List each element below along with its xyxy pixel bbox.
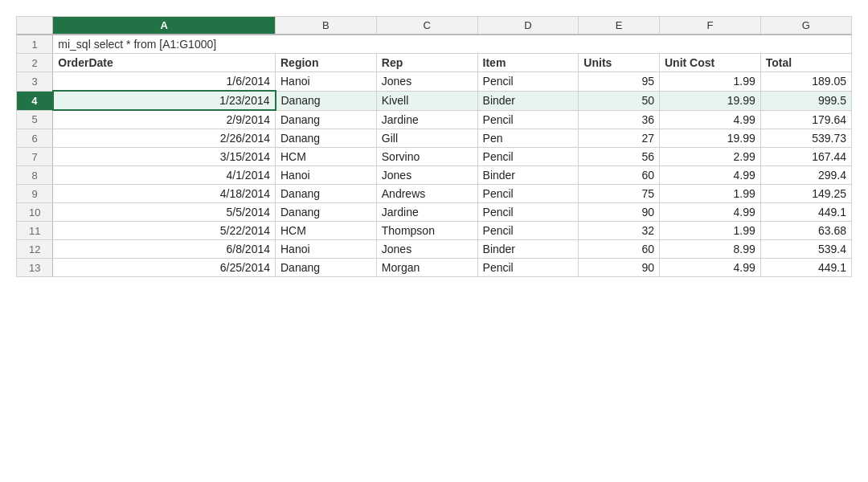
cell-7-A[interactable]: 3/15/2014 [53,148,276,166]
col-header-f[interactable]: F [659,17,760,35]
cell-11-D[interactable]: Pencil [477,222,579,240]
cell-8-G[interactable]: 299.4 [760,166,851,185]
cell-8-C[interactable]: Jones [376,166,477,185]
cell-2-F[interactable]: Unit Cost [659,54,760,72]
table-row[interactable]: 41/23/2014DanangKivellBinder5019.99999.5 [17,91,852,110]
cell-3-A[interactable]: 1/6/2014 [53,72,276,92]
cell-10-E[interactable]: 90 [579,203,660,222]
cell-4-F[interactable]: 19.99 [659,91,760,110]
cell-6-B[interactable]: Danang [276,129,377,148]
table-row[interactable]: 52/9/2014DanangJardinePencil364.99179.64 [17,110,852,129]
cell-6-F[interactable]: 19.99 [659,129,760,148]
cell-5-A[interactable]: 2/9/2014 [53,110,276,129]
cell-11-G[interactable]: 63.68 [760,222,851,240]
cell-9-E[interactable]: 75 [579,185,660,203]
cell-9-B[interactable]: Danang [276,185,377,203]
table-row[interactable]: 84/1/2014HanoiJonesBinder604.99299.4 [17,166,852,185]
table-row[interactable]: 31/6/2014HanoiJonesPencil951.99189.05 [17,72,852,92]
table-row[interactable]: 105/5/2014DanangJardinePencil904.99449.1 [17,203,852,222]
cell-4-C[interactable]: Kivell [376,91,477,110]
cell-6-A[interactable]: 2/26/2014 [53,129,276,148]
cell-10-D[interactable]: Pencil [477,203,579,222]
cell-9-A[interactable]: 4/18/2014 [53,185,276,203]
cell-5-C[interactable]: Jardine [376,110,477,129]
cell-12-F[interactable]: 8.99 [659,240,760,259]
cell-10-B[interactable]: Danang [276,203,377,222]
cell-8-E[interactable]: 60 [579,166,660,185]
table-row[interactable]: 126/8/2014HanoiJonesBinder608.99539.4 [17,240,852,259]
cell-1-A[interactable]: mi_sql select * from [A1:G1000] [53,35,852,54]
cell-13-A[interactable]: 6/25/2014 [53,259,276,277]
table-row[interactable]: 94/18/2014DanangAndrewsPencil751.99149.2… [17,185,852,203]
table-row[interactable]: 1mi_sql select * from [A1:G1000] [17,35,852,54]
cell-2-G[interactable]: Total [760,54,851,72]
cell-6-G[interactable]: 539.73 [760,129,851,148]
cell-8-A[interactable]: 4/1/2014 [53,166,276,185]
table-row[interactable]: 73/15/2014HCMSorvinoPencil562.99167.44 [17,148,852,166]
cell-7-B[interactable]: HCM [276,148,377,166]
cell-12-B[interactable]: Hanoi [276,240,377,259]
cell-13-C[interactable]: Morgan [376,259,477,277]
col-header-d[interactable]: D [477,17,579,35]
cell-8-F[interactable]: 4.99 [659,166,760,185]
col-header-b[interactable]: B [276,17,377,35]
cell-9-D[interactable]: Pencil [477,185,579,203]
cell-3-G[interactable]: 189.05 [760,72,851,92]
cell-4-B[interactable]: Danang [276,91,377,110]
cell-3-E[interactable]: 95 [579,72,660,92]
cell-13-G[interactable]: 449.1 [760,259,851,277]
cell-4-A[interactable]: 1/23/2014 [53,91,276,110]
cell-7-E[interactable]: 56 [579,148,660,166]
cell-5-B[interactable]: Danang [276,110,377,129]
cell-8-B[interactable]: Hanoi [276,166,377,185]
cell-12-G[interactable]: 539.4 [760,240,851,259]
cell-11-E[interactable]: 32 [579,222,660,240]
cell-10-C[interactable]: Jardine [376,203,477,222]
cell-9-C[interactable]: Andrews [376,185,477,203]
cell-7-C[interactable]: Sorvino [376,148,477,166]
cell-3-C[interactable]: Jones [376,72,477,92]
col-header-c[interactable]: C [376,17,477,35]
cell-11-A[interactable]: 5/22/2014 [53,222,276,240]
table-row[interactable]: 62/26/2014DanangGillPen2719.99539.73 [17,129,852,148]
cell-5-D[interactable]: Pencil [477,110,579,129]
cell-11-F[interactable]: 1.99 [659,222,760,240]
cell-3-D[interactable]: Pencil [477,72,579,92]
cell-4-E[interactable]: 50 [579,91,660,110]
cell-10-A[interactable]: 5/5/2014 [53,203,276,222]
cell-2-D[interactable]: Item [477,54,579,72]
cell-9-G[interactable]: 149.25 [760,185,851,203]
col-header-e[interactable]: E [579,17,660,35]
cell-3-B[interactable]: Hanoi [276,72,377,92]
cell-13-D[interactable]: Pencil [477,259,579,277]
table-row[interactable]: 115/22/2014HCMThompsonPencil321.9963.68 [17,222,852,240]
cell-6-E[interactable]: 27 [579,129,660,148]
cell-5-F[interactable]: 4.99 [659,110,760,129]
cell-11-B[interactable]: HCM [276,222,377,240]
cell-3-F[interactable]: 1.99 [659,72,760,92]
cell-13-E[interactable]: 90 [579,259,660,277]
cell-9-F[interactable]: 1.99 [659,185,760,203]
cell-2-B[interactable]: Region [276,54,377,72]
cell-10-F[interactable]: 4.99 [659,203,760,222]
cell-12-A[interactable]: 6/8/2014 [53,240,276,259]
table-row[interactable]: 136/25/2014DanangMorganPencil904.99449.1 [17,259,852,277]
cell-13-B[interactable]: Danang [276,259,377,277]
cell-13-F[interactable]: 4.99 [659,259,760,277]
cell-5-G[interactable]: 179.64 [760,110,851,129]
cell-6-D[interactable]: Pen [477,129,579,148]
table-row[interactable]: 2OrderDateRegionRepItemUnitsUnit CostTot… [17,54,852,72]
cell-12-D[interactable]: Binder [477,240,579,259]
cell-4-G[interactable]: 999.5 [760,91,851,110]
cell-2-A[interactable]: OrderDate [53,54,276,72]
cell-12-E[interactable]: 60 [579,240,660,259]
cell-7-F[interactable]: 2.99 [659,148,760,166]
col-header-g[interactable]: G [760,17,851,35]
cell-7-D[interactable]: Pencil [477,148,579,166]
cell-4-D[interactable]: Binder [477,91,579,110]
cell-11-C[interactable]: Thompson [376,222,477,240]
cell-8-D[interactable]: Binder [477,166,579,185]
cell-2-C[interactable]: Rep [376,54,477,72]
cell-10-G[interactable]: 449.1 [760,203,851,222]
cell-12-C[interactable]: Jones [376,240,477,259]
